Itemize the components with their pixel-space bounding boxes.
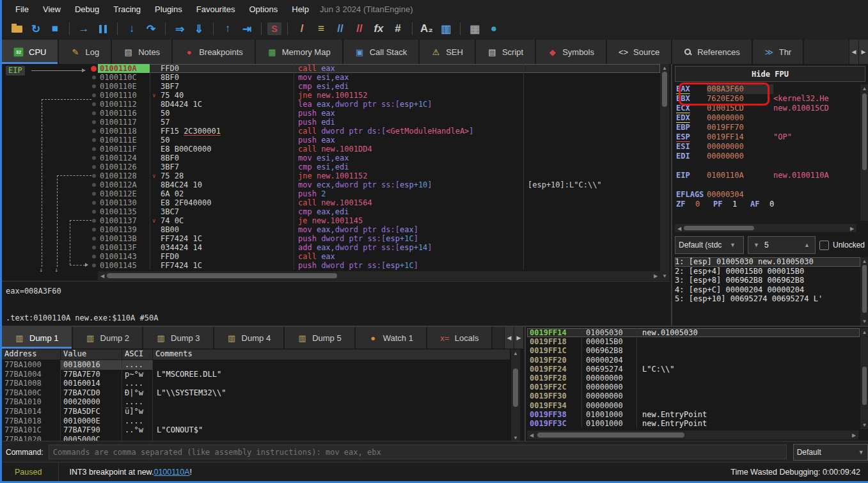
- stack-row[interactable]: 0019FF3801001000new.EntryPoint: [527, 410, 860, 419]
- disasm-row[interactable]: 0100112E6A 02push 2: [98, 189, 660, 198]
- stack-row[interactable]: 0019FF3C01001000new.EntryPoint: [527, 419, 860, 428]
- tab-seh[interactable]: ⚠SEH: [420, 40, 476, 64]
- stack-row[interactable]: 0019FF2800000000: [527, 374, 860, 383]
- labels-icon[interactable]: //: [332, 21, 349, 36]
- tab-dump-1[interactable]: ▥Dump 1: [2, 327, 73, 349]
- instruction-dot[interactable]: [92, 138, 96, 142]
- spin-up-icon[interactable]: ▲: [799, 242, 815, 248]
- instruction-dot[interactable]: [92, 102, 96, 106]
- tab-locals[interactable]: x=Locals: [427, 327, 493, 349]
- hash-icon[interactable]: #: [390, 21, 406, 36]
- menu-file[interactable]: File: [8, 2, 36, 17]
- instruction-dot[interactable]: [92, 219, 96, 223]
- instruction-dot[interactable]: [92, 75, 96, 79]
- disasm-row[interactable]: 0100112A8B4C24 10mov ecx,dword ptr ss:[e…: [98, 180, 660, 189]
- stack-arg-row[interactable]: 1: [esp] 01005030 new.01005030: [675, 257, 860, 267]
- run-icon[interactable]: →: [75, 21, 92, 36]
- disasm-row[interactable]: 010011263BF7cmp esi,edi: [98, 162, 660, 171]
- argument-count-spinner[interactable]: ▼ 5 ▲: [748, 236, 816, 254]
- stack-row[interactable]: 0019FF18000015B0: [527, 337, 860, 346]
- tab-script[interactable]: ▤Script: [476, 40, 536, 64]
- tab-watch-1[interactable]: ●Watch 1: [356, 327, 427, 349]
- unlocked-checkbox[interactable]: [819, 241, 829, 250]
- instruction-dot[interactable]: [92, 147, 96, 151]
- comments-icon[interactable]: ≡: [313, 21, 329, 36]
- menu-tracing[interactable]: Tracing: [106, 2, 148, 17]
- instruction-dot[interactable]: [92, 255, 96, 258]
- disasm-row[interactable]: 01001130E8 2F040000call new.1001564: [98, 198, 660, 207]
- disasm-row[interactable]: 0100110AFFD0call eax: [98, 64, 660, 73]
- animate-over-icon[interactable]: ⇓: [191, 21, 207, 36]
- instruction-dot[interactable]: [92, 246, 96, 249]
- calling-convention-select[interactable]: Default (stdc ▼: [675, 236, 744, 254]
- stack-vertical-scrollbar[interactable]: ▲ ▼: [860, 328, 868, 429]
- tab-breakpoints[interactable]: ●Breakpoints: [173, 40, 256, 64]
- disasm-row[interactable]: 0100111650push eax: [98, 109, 660, 118]
- font-icon[interactable]: A₂: [418, 21, 435, 36]
- stack-row[interactable]: 0019FF3000000000: [527, 392, 860, 400]
- tab-thr[interactable]: ≫Thr: [753, 40, 805, 64]
- register-row-edx[interactable]: EDX00000000: [676, 113, 858, 123]
- stack-arg-row[interactable]: 4: [esp+C] 00000204 00000204: [675, 285, 860, 295]
- instruction-dot[interactable]: [92, 201, 96, 205]
- tab-call-stack[interactable]: ▣Call Stack: [343, 40, 420, 64]
- menu-options[interactable]: Options: [242, 2, 285, 17]
- disasm-row[interactable]: 01001145FF7424 1Cpush dword ptr ss:[esp+…: [98, 261, 660, 270]
- registers-vertical-scrollbar[interactable]: ▲: [860, 84, 868, 221]
- register-row-eip[interactable]: EIP0100110Anew.0100110A: [676, 171, 858, 180]
- menu-help[interactable]: Help: [285, 2, 316, 17]
- dump-row[interactable]: 77BA100000180016....: [2, 360, 510, 370]
- tab-dump-4[interactable]: ▥Dump 4: [214, 327, 285, 349]
- dump-vertical-scrollbar[interactable]: ▲ ▼: [511, 349, 520, 442]
- globe-icon[interactable]: ●: [485, 21, 502, 36]
- disasm-row[interactable]: 0100111FE8 B00C0000call new.1001DD4: [98, 145, 660, 154]
- tab-source[interactable]: <>Source: [607, 40, 672, 64]
- disasm-row[interactable]: 0100110C8BF0mov esi,eax: [98, 73, 660, 82]
- register-row-esp[interactable]: ESP0019FF14"OP": [676, 132, 858, 142]
- column-header[interactable]: Value: [61, 349, 122, 360]
- instruction-dot[interactable]: [92, 84, 96, 88]
- dump-scroll-right-icon[interactable]: ▶: [514, 327, 523, 349]
- step-out-icon[interactable]: ↑: [219, 21, 236, 36]
- command-profile-select[interactable]: Default ▼: [793, 444, 868, 461]
- stack-row[interactable]: 0019FF2000000204: [527, 356, 860, 365]
- stack-row[interactable]: 0019FF2C00000000: [527, 383, 860, 392]
- disasm-row[interactable]: 0100110E3BF7cmp esi,edi: [98, 82, 660, 91]
- instruction-dot[interactable]: [92, 111, 96, 115]
- disasm-row[interactable]: 01001110∨75 40jne new.1001152: [98, 91, 660, 100]
- menu-view[interactable]: View: [36, 2, 68, 17]
- register-row-eflags[interactable]: EFLAGS00000304: [676, 190, 858, 200]
- stack-arg-row[interactable]: 3: [esp+8] 006962B8 006962B8: [675, 276, 860, 285]
- disasm-row[interactable]: 0100111E50push eax: [98, 136, 660, 145]
- breakpoint-address-link[interactable]: 0100110A: [154, 468, 189, 477]
- disasm-row[interactable]: 010011248BF0mov esi,eax: [98, 154, 660, 162]
- memory-icon[interactable]: ▦: [466, 21, 483, 36]
- instruction-dot[interactable]: [92, 120, 96, 124]
- stack-row[interactable]: 0019FF3400000000: [527, 401, 860, 410]
- run-to-user-code-icon[interactable]: ⇥: [239, 21, 255, 36]
- spin-down-icon[interactable]: ▼: [748, 242, 764, 248]
- bookmarks-icon[interactable]: //: [351, 21, 368, 36]
- disasm-row[interactable]: 010011353BC7cmp eax,edi: [98, 207, 660, 216]
- command-input[interactable]: [49, 445, 787, 459]
- instruction-dot[interactable]: [92, 192, 96, 196]
- register-row-edi[interactable]: EDI00000000: [676, 152, 858, 161]
- column-header[interactable]: ASCI: [122, 349, 153, 360]
- stop-icon[interactable]: ■: [47, 21, 63, 36]
- registers-horizontal-scrollbar[interactable]: ◀ ▶: [675, 224, 856, 232]
- tab-dump-2[interactable]: ▥Dump 2: [73, 327, 144, 349]
- disasm-row[interactable]: 01001143FFD0call eax: [98, 252, 660, 261]
- tab-dump-3[interactable]: ▥Dump 3: [143, 327, 214, 349]
- disasm-row[interactable]: 0100113F034424 14add eax,dword ptr ss:[e…: [98, 243, 660, 252]
- instruction-dot[interactable]: [92, 237, 96, 241]
- disasm-row[interactable]: 01001128∨75 28jne new.1001152: [98, 171, 660, 180]
- stack-row[interactable]: 0019FF1C006962B8: [527, 346, 860, 355]
- tab-log[interactable]: ✎Log: [59, 40, 112, 64]
- seh-chain-icon[interactable]: S: [267, 22, 281, 35]
- dump-row[interactable]: 77BA100477BA7E70p~°wL"MSCOREE.DLL": [2, 370, 510, 379]
- breakpoint-dot[interactable]: [91, 66, 97, 72]
- tab-references[interactable]: References: [672, 40, 752, 64]
- disasm-row[interactable]: 0100113BFF7424 1Cpush dword ptr ss:[esp+…: [98, 234, 660, 243]
- dump-scroll-left-icon[interactable]: ◀: [504, 327, 514, 349]
- instruction-dot[interactable]: [92, 210, 96, 214]
